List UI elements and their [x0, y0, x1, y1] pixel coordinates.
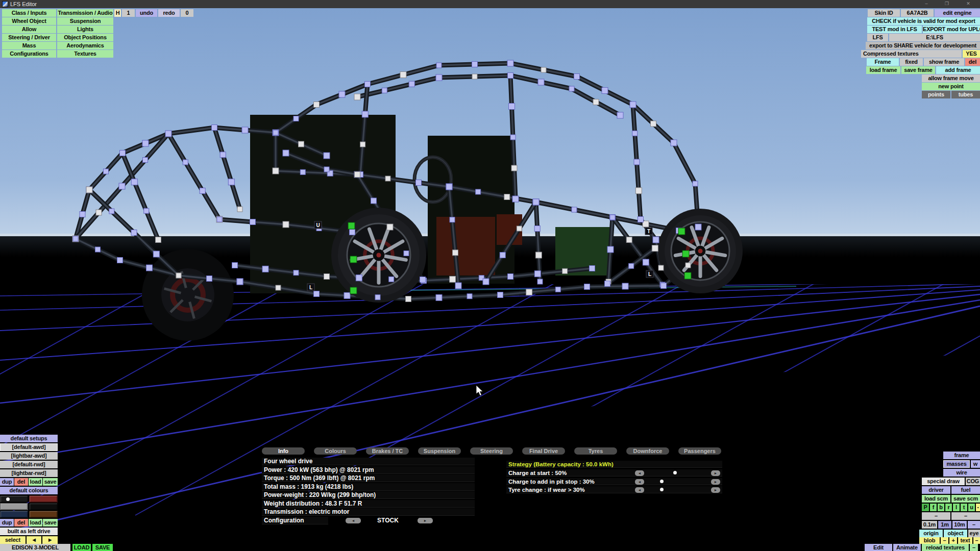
flag-u-button[interactable]: u — [968, 504, 975, 511]
driver-button[interactable]: driver — [922, 486, 950, 494]
frame-point-marker[interactable] — [250, 219, 256, 225]
frame-point-marker[interactable] — [584, 284, 590, 290]
setup-item-lightbar-rwd[interactable]: [lightbar-rwd] — [0, 469, 58, 477]
frame-point-marker[interactable] — [371, 198, 377, 204]
setup-item-default-awd[interactable]: [default-awd] — [0, 443, 58, 451]
frame-point-marker[interactable] — [512, 196, 519, 202]
frame-point-marker[interactable] — [385, 176, 390, 181]
charge-pit-dec-button[interactable]: ◄ — [635, 479, 644, 485]
frame-point-marker[interactable] — [436, 63, 442, 68]
menu-allow[interactable]: Allow — [2, 26, 56, 33]
frame-point-marker[interactable] — [533, 199, 539, 205]
frame-point-marker[interactable] — [165, 131, 172, 137]
tyre-change-slider-dot[interactable] — [660, 488, 664, 491]
frame-button[interactable]: Frame — [867, 58, 899, 66]
flag-r-button[interactable]: r — [945, 504, 952, 511]
load-scm-button[interactable]: load scm — [922, 495, 950, 503]
frame-point-marker[interactable] — [293, 270, 299, 276]
tab-brakes-tc[interactable]: Brakes / TC — [366, 447, 409, 455]
frame-point-marker[interactable] — [626, 237, 632, 243]
frame-point-marker[interactable] — [643, 259, 649, 265]
menu-steering-driver[interactable]: Steering / Driver — [2, 34, 56, 41]
add-frame-button[interactable]: add frame — [936, 66, 980, 74]
frame-point-marker[interactable] — [574, 74, 580, 80]
frame-point-marker[interactable] — [562, 268, 568, 273]
frame-point-marker[interactable] — [500, 253, 505, 258]
frame-point-marker[interactable] — [653, 237, 659, 243]
frame-point-marker[interactable] — [695, 224, 701, 230]
blob-plus-button[interactable]: + — [949, 537, 957, 544]
colour-swatch[interactable] — [0, 511, 28, 518]
frame-point-marker[interactable] — [131, 179, 137, 185]
frame-point-marker[interactable] — [146, 265, 153, 271]
frame-point-marker[interactable] — [362, 111, 368, 117]
frame-point-marker[interactable] — [404, 251, 409, 256]
colour-save-button[interactable]: save — [43, 519, 58, 527]
frame-point-marker[interactable] — [632, 131, 638, 136]
menu-lights[interactable]: Lights — [57, 26, 113, 33]
setup-del-button[interactable]: del — [14, 478, 28, 486]
frame-point-marker[interactable] — [276, 285, 281, 290]
frame-point-marker[interactable] — [242, 127, 248, 133]
menu-suspension[interactable]: Suspension — [57, 17, 113, 25]
scale-0.1m-button[interactable]: 0.1m — [922, 521, 937, 529]
setup-dup-button[interactable]: dup — [0, 478, 14, 486]
frame-point-marker[interactable] — [109, 209, 114, 214]
frame-point-marker[interactable] — [375, 295, 380, 300]
frame-point-marker[interactable] — [537, 279, 543, 284]
frame-point-marker[interactable] — [685, 263, 691, 268]
frame-point-marker[interactable] — [638, 217, 644, 222]
check-vehicle-button[interactable]: CHECK if vehicle is valid for mod export — [867, 17, 980, 25]
frame-point-marker[interactable] — [273, 130, 278, 135]
frame-point-marker[interactable] — [283, 221, 289, 228]
frame-point-marker[interactable] — [324, 167, 329, 172]
fuel-button[interactable]: fuel — [951, 486, 980, 494]
model-name[interactable]: EDISON 3-MODEL — [0, 544, 70, 551]
flag-extra-button[interactable]: • — [976, 504, 980, 511]
colour-swatch[interactable] — [29, 511, 58, 518]
select-next-button[interactable]: ► — [42, 536, 58, 544]
frame-point-marker[interactable] — [622, 283, 628, 289]
text-minus-button[interactable]: – — [973, 537, 980, 544]
history-h-button[interactable]: H — [114, 9, 121, 17]
frame-point-marker[interactable] — [143, 158, 148, 163]
frame-point-marker[interactable] — [630, 102, 636, 108]
setup-load-button[interactable]: load — [29, 478, 42, 486]
frame-point-marker[interactable] — [80, 212, 85, 217]
frame-point-marker[interactable] — [382, 88, 387, 93]
menu-aerodynamics[interactable]: Aerodynamics — [57, 42, 113, 49]
frame-point-marker[interactable] — [436, 74, 442, 81]
frame-point-marker[interactable] — [96, 210, 102, 215]
frame-point-marker[interactable] — [509, 104, 515, 110]
blob-button[interactable]: blob — [919, 537, 940, 544]
colour-swatch[interactable] — [0, 503, 28, 510]
menu-class-inputs[interactable]: Class / Inputs — [2, 9, 56, 17]
frame-point-marker[interactable] — [300, 169, 305, 174]
frame-point-marker[interactable] — [228, 179, 234, 185]
tab-steering[interactable]: Steering — [470, 447, 513, 455]
frame-point-marker[interactable] — [504, 194, 510, 200]
frame-point-marker[interactable] — [365, 82, 371, 87]
scale-10m-button[interactable]: 10m — [952, 521, 967, 529]
frame-point-marker[interactable] — [237, 279, 243, 285]
frame-point-marker[interactable] — [217, 217, 222, 222]
show-frame-button[interactable]: show frame — [924, 58, 964, 66]
frame-point-marker[interactable] — [314, 291, 320, 297]
frame-point-marker[interactable] — [73, 236, 78, 241]
frame-point-marker[interactable] — [617, 112, 623, 118]
frame-point-marker[interactable] — [104, 169, 109, 174]
frame-point-marker[interactable] — [450, 276, 456, 282]
menu-transmission-audio[interactable]: Transmission / Audio — [57, 9, 113, 17]
dash-button-1[interactable]: – — [922, 512, 950, 520]
frame-point-marker[interactable] — [693, 181, 698, 186]
colour-load-button[interactable]: load — [29, 519, 42, 527]
eye-button[interactable]: eye — [968, 530, 980, 537]
frame-point-marker[interactable] — [511, 165, 517, 171]
dash-button-2[interactable]: – — [951, 512, 980, 520]
frame-view-button[interactable]: frame — [943, 452, 980, 459]
frame-point-marker[interactable] — [360, 142, 365, 147]
select-prev-button[interactable]: ◄ — [27, 536, 41, 544]
compressed-textures-value[interactable]: YES — [963, 50, 980, 58]
charge-start-slider-dot[interactable] — [673, 471, 677, 474]
configuration-next-button[interactable]: ► — [418, 518, 433, 523]
